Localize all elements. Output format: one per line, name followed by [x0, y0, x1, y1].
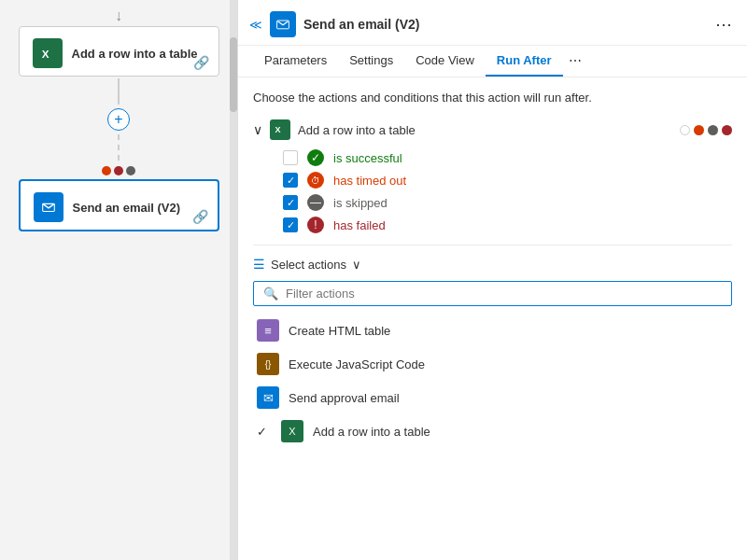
- status-dot-orange-right: [694, 125, 704, 135]
- action-send-approval-email[interactable]: ✉ Send approval email: [253, 381, 732, 414]
- connector-line-1: [118, 78, 120, 105]
- action-label-html-table: Create HTML table: [289, 324, 390, 338]
- link-icon: 🔗: [193, 55, 209, 70]
- left-panel: ↓ X Add a row into a table 🔗 +: [0, 0, 238, 560]
- action-add-row[interactable]: ✓ X Add a row into a table: [253, 414, 732, 448]
- panel-email-icon: [270, 11, 296, 37]
- right-panel: ≪ Send an email (V2) ⋯ Parameters Settin…: [238, 0, 747, 560]
- connector-line-2: [118, 134, 120, 161]
- checkbox-failed[interactable]: [283, 217, 298, 232]
- action-icon-excel: X: [281, 420, 303, 442]
- status-row-skipped[interactable]: — is skipped: [283, 194, 732, 211]
- failed-icon: !: [307, 217, 324, 233]
- tab-run-after[interactable]: Run After: [486, 46, 563, 77]
- panel-header: ≪ Send an email (V2) ⋯: [238, 0, 747, 46]
- more-options-icon[interactable]: ⋯: [715, 14, 732, 35]
- node-send-email[interactable]: Send an email (V2) 🔗: [19, 179, 219, 231]
- select-actions-label: Select actions: [271, 258, 346, 272]
- dot-brown: [114, 166, 123, 175]
- label-timeout: has timed out: [333, 174, 406, 188]
- status-dot-gray-right: [708, 125, 718, 135]
- panel-title: Send an email (V2): [303, 17, 708, 32]
- dot-dark: [126, 166, 135, 175]
- action-icon-approval: ✉: [257, 386, 279, 409]
- timeout-icon: ⏱: [307, 172, 324, 189]
- tab-settings[interactable]: Settings: [338, 46, 404, 77]
- action-create-html-table[interactable]: ≡ Create HTML table: [253, 314, 732, 347]
- section-excel-icon: X: [270, 119, 290, 140]
- expand-icon[interactable]: ≪: [249, 18, 262, 32]
- node1-title: Add a row into a table: [72, 47, 198, 61]
- arrow-down-icon: ↓: [113, 7, 124, 24]
- excel-icon: X: [33, 38, 63, 68]
- tab-parameters[interactable]: Parameters: [253, 46, 338, 77]
- section-title: Add a row into a table: [298, 123, 672, 137]
- status-dots-right: [680, 125, 732, 135]
- node-add-row[interactable]: X Add a row into a table 🔗: [19, 26, 219, 77]
- action-execute-js[interactable]: {} Execute JavaScript Code: [253, 347, 732, 381]
- node2-title: Send an email (V2): [73, 201, 181, 215]
- action-icon-js: {}: [257, 353, 279, 375]
- status-row-timeout[interactable]: ⏱ has timed out: [283, 172, 732, 189]
- checkbox-timeout[interactable]: [283, 173, 298, 188]
- tab-more-icon[interactable]: ⋯: [563, 46, 587, 77]
- select-actions-row[interactable]: ☰ Select actions ∨: [253, 257, 732, 272]
- scrollbar[interactable]: [230, 0, 237, 560]
- status-dot-transparent: [680, 125, 690, 135]
- dot-orange: [102, 166, 111, 175]
- add-step-button[interactable]: +: [107, 108, 130, 131]
- chevron-icon[interactable]: ∨: [253, 122, 262, 137]
- filter-input[interactable]: [286, 287, 722, 301]
- status-dots: [102, 166, 135, 175]
- link-icon-2: 🔗: [192, 209, 208, 224]
- email-icon: [34, 192, 63, 222]
- label-skipped: is skipped: [333, 196, 388, 210]
- checkbox-skipped[interactable]: [283, 195, 298, 210]
- action-label-approval: Send approval email: [289, 391, 400, 405]
- filter-box[interactable]: 🔍: [253, 281, 732, 306]
- success-icon: ✓: [307, 149, 324, 166]
- status-dot-red-right: [722, 125, 732, 135]
- tab-bar: Parameters Settings Code View Run After …: [238, 46, 747, 77]
- scrollbar-thumb[interactable]: [230, 37, 237, 112]
- label-failed: has failed: [333, 218, 386, 232]
- checkmark-prefix: ✓: [257, 425, 272, 439]
- search-icon: 🔍: [263, 287, 278, 301]
- action-icon-html-table: ≡: [257, 319, 279, 342]
- status-row-failed[interactable]: ! has failed: [283, 217, 732, 233]
- skipped-icon: —: [307, 194, 324, 211]
- status-row-success[interactable]: ✓ is successful: [283, 149, 732, 166]
- action-label-add-row: Add a row into a table: [313, 425, 430, 439]
- checkbox-success[interactable]: [283, 150, 298, 165]
- svg-text:X: X: [41, 48, 49, 60]
- select-actions-icon: ☰: [253, 257, 265, 272]
- svg-text:X: X: [275, 125, 280, 134]
- chevron-down-icon: ∨: [352, 258, 361, 272]
- tab-code-view[interactable]: Code View: [404, 46, 486, 77]
- action-label-js: Execute JavaScript Code: [289, 357, 425, 371]
- divider: [253, 245, 732, 245]
- run-after-description: Choose the actions and conditions that t…: [253, 91, 732, 105]
- label-success: is successful: [333, 151, 402, 165]
- section-header: ∨ X Add a row into a table: [253, 119, 732, 140]
- panel-body: Choose the actions and conditions that t…: [238, 77, 747, 560]
